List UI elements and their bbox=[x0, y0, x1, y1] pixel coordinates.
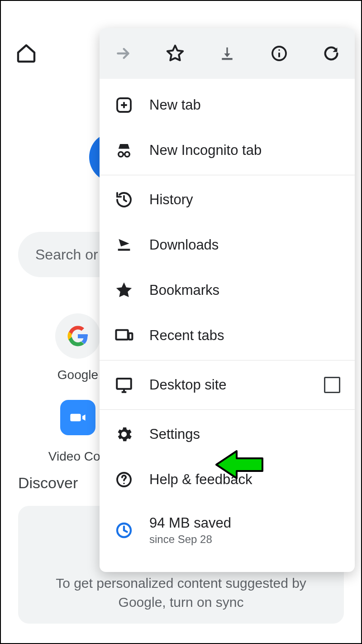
menu-divider bbox=[100, 409, 355, 410]
gear-icon bbox=[114, 424, 134, 444]
download-icon[interactable] bbox=[217, 43, 237, 63]
data-saver-amount: 94 MB saved bbox=[149, 515, 231, 531]
recent-tabs-icon bbox=[114, 326, 134, 346]
help-icon bbox=[114, 470, 134, 490]
menu-item-bookmarks[interactable]: Bookmarks bbox=[100, 268, 355, 313]
svg-point-17 bbox=[123, 483, 124, 484]
svg-rect-13 bbox=[117, 379, 131, 389]
card-text: To get personalized content suggested by… bbox=[56, 576, 306, 610]
menu-label: Downloads bbox=[149, 237, 340, 253]
menu-divider bbox=[100, 175, 355, 175]
history-icon bbox=[114, 190, 134, 210]
overflow-menu: New tab New Incognito tab History Downlo… bbox=[100, 28, 355, 572]
downloads-icon bbox=[114, 235, 134, 255]
data-saver-since: since Sep 28 bbox=[149, 533, 231, 546]
menu-item-help[interactable]: Help & feedback bbox=[100, 457, 355, 502]
svg-rect-0 bbox=[222, 58, 232, 60]
discover-heading: Discover bbox=[18, 474, 78, 492]
svg-point-7 bbox=[119, 152, 124, 157]
menu-label: Recent tabs bbox=[149, 327, 340, 344]
menu-label: New tab bbox=[149, 97, 340, 113]
desktop-icon bbox=[114, 375, 134, 395]
menu-item-history[interactable]: History bbox=[100, 177, 355, 222]
google-favicon bbox=[55, 313, 100, 359]
home-button[interactable] bbox=[15, 43, 37, 64]
menu-label: Bookmarks bbox=[149, 282, 340, 298]
menu-label: New Incognito tab bbox=[149, 142, 340, 159]
svg-point-8 bbox=[125, 152, 130, 157]
menu-toolbar bbox=[100, 28, 355, 79]
svg-rect-12 bbox=[129, 333, 133, 340]
menu-item-desktop-site[interactable]: Desktop site bbox=[100, 362, 355, 408]
desktop-checkbox[interactable] bbox=[324, 377, 340, 393]
info-icon[interactable] bbox=[269, 43, 289, 63]
reload-icon[interactable] bbox=[321, 43, 341, 63]
menu-divider bbox=[100, 360, 355, 360]
incognito-icon bbox=[114, 140, 134, 160]
menu-item-new-tab[interactable]: New tab bbox=[100, 82, 355, 128]
menu-item-data-saver[interactable]: 94 MB saved since Sep 28 bbox=[100, 502, 355, 558]
svg-rect-11 bbox=[116, 330, 128, 340]
zoom-favicon bbox=[55, 395, 100, 440]
menu-item-recent-tabs[interactable]: Recent tabs bbox=[100, 313, 355, 358]
star-icon[interactable] bbox=[165, 43, 185, 63]
svg-rect-10 bbox=[118, 249, 130, 250]
data-saver-icon bbox=[114, 520, 134, 540]
menu-label: Settings bbox=[149, 426, 340, 442]
forward-icon[interactable] bbox=[113, 43, 133, 63]
menu-label: History bbox=[149, 192, 340, 208]
menu-item-downloads[interactable]: Downloads bbox=[100, 222, 355, 268]
bookmarks-icon bbox=[114, 280, 134, 300]
menu-item-settings[interactable]: Settings bbox=[100, 412, 355, 457]
new-tab-icon bbox=[114, 95, 134, 115]
menu-item-incognito[interactable]: New Incognito tab bbox=[100, 128, 355, 173]
search-placeholder: Search or bbox=[35, 246, 98, 263]
svg-point-3 bbox=[278, 49, 280, 51]
menu-label: Desktop site bbox=[149, 377, 324, 393]
menu-label: Help & feedback bbox=[149, 471, 340, 488]
